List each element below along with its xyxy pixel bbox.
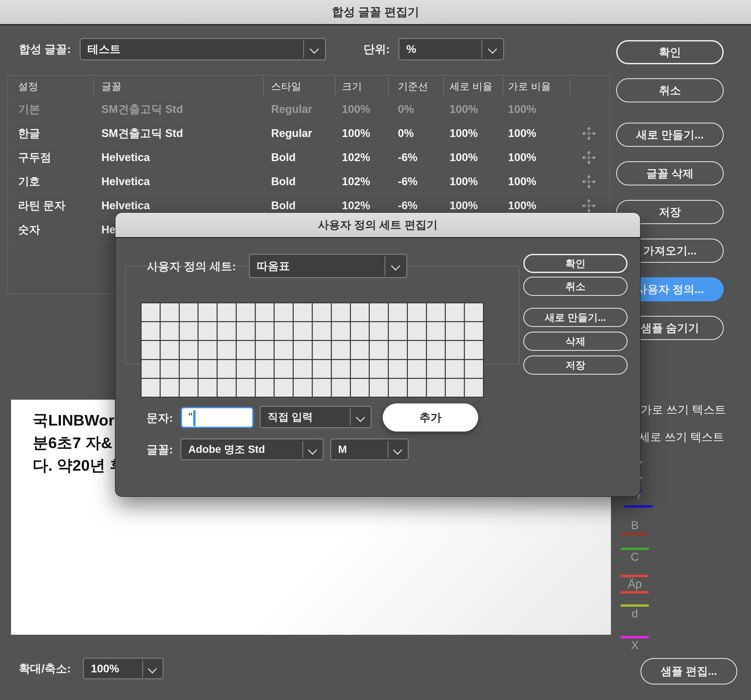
grid-cell[interactable] <box>237 360 255 378</box>
grid-cell[interactable] <box>275 379 293 397</box>
grid-cell[interactable] <box>370 360 388 378</box>
char-input[interactable]: " <box>181 407 253 428</box>
vertical-text-label[interactable]: 세로 쓰기 텍스트 <box>639 430 724 444</box>
table-row-punctuation[interactable]: 구두점 Helvetica Bold 102% -6% 100% 100% <box>8 145 609 170</box>
move-handle-icon[interactable] <box>582 126 596 141</box>
grid-cell[interactable] <box>332 360 350 378</box>
grid-cell[interactable] <box>256 322 274 340</box>
custom-font-select[interactable]: Adobe 명조 Std <box>181 439 323 460</box>
grid-cell[interactable] <box>142 322 160 340</box>
grid-cell[interactable] <box>161 303 179 321</box>
input-method-select[interactable]: 직접 입력 <box>260 406 371 428</box>
grid-cell[interactable] <box>256 379 274 397</box>
grid-cell[interactable] <box>313 303 331 321</box>
grid-cell[interactable] <box>275 322 293 340</box>
grid-cell[interactable] <box>389 303 407 321</box>
grid-cell[interactable] <box>199 379 216 397</box>
grid-cell[interactable] <box>180 341 198 359</box>
grid-cell[interactable] <box>332 303 350 321</box>
grid-cell[interactable] <box>427 360 445 378</box>
grid-cell[interactable] <box>465 341 483 359</box>
grid-cell[interactable] <box>142 379 160 397</box>
grid-cell[interactable] <box>351 341 369 359</box>
main-dialog-titlebar[interactable]: 합성 글꼴 편집기 <box>0 0 751 25</box>
grid-cell[interactable] <box>180 379 198 397</box>
grid-cell[interactable] <box>218 322 236 340</box>
grid-cell[interactable] <box>389 322 407 340</box>
grid-cell[interactable] <box>427 341 445 359</box>
grid-cell[interactable] <box>370 379 388 397</box>
grid-cell[interactable] <box>370 341 388 359</box>
grid-cell[interactable] <box>313 341 331 359</box>
grid-cell[interactable] <box>446 322 464 340</box>
grid-cell[interactable] <box>180 303 198 321</box>
grid-cell[interactable] <box>370 303 388 321</box>
grid-cell[interactable] <box>370 322 388 340</box>
grid-cell[interactable] <box>199 322 216 340</box>
grid-cell[interactable] <box>142 360 160 378</box>
grid-cell[interactable] <box>465 322 483 340</box>
grid-cell[interactable] <box>294 303 312 321</box>
grid-cell[interactable] <box>446 303 464 321</box>
cancel-button[interactable]: 취소 <box>616 78 724 102</box>
grid-cell[interactable] <box>237 303 255 321</box>
grid-cell[interactable] <box>465 303 483 321</box>
delete-font-button[interactable]: 글꼴 삭제 <box>616 161 724 185</box>
custom-set-select[interactable]: 따옴표 <box>249 254 407 278</box>
grid-cell[interactable] <box>351 379 369 397</box>
grid-cell[interactable] <box>389 360 407 378</box>
grid-cell[interactable] <box>351 360 369 378</box>
grid-cell[interactable] <box>199 341 216 359</box>
grid-cell[interactable] <box>218 360 236 378</box>
add-button[interactable]: 추가 <box>383 404 478 432</box>
custom-delete-button[interactable]: 삭제 <box>523 331 627 351</box>
grid-cell[interactable] <box>294 341 312 359</box>
grid-cell[interactable] <box>218 379 236 397</box>
composite-font-select[interactable]: 테스트 <box>80 38 326 60</box>
grid-cell[interactable] <box>237 379 255 397</box>
grid-cell[interactable] <box>313 360 331 378</box>
grid-cell[interactable] <box>389 379 407 397</box>
grid-cell[interactable] <box>218 303 236 321</box>
grid-cell[interactable] <box>408 360 426 378</box>
grid-cell[interactable] <box>275 341 293 359</box>
grid-cell[interactable] <box>427 322 445 340</box>
grid-cell[interactable] <box>294 322 312 340</box>
grid-cell[interactable] <box>161 379 179 397</box>
move-handle-icon[interactable] <box>582 150 596 165</box>
grid-cell[interactable] <box>389 341 407 359</box>
font-weight-select[interactable]: M <box>330 439 409 460</box>
grid-cell[interactable] <box>275 303 293 321</box>
sample-edit-button[interactable]: 샘플 편집... <box>641 658 737 685</box>
ok-button[interactable]: 확인 <box>616 40 724 64</box>
move-handle-icon[interactable] <box>582 174 596 189</box>
zoom-select[interactable]: 100% <box>83 658 164 679</box>
new-font-button[interactable]: 새로 만들기... <box>616 123 724 147</box>
grid-cell[interactable] <box>256 341 274 359</box>
grid-cell[interactable] <box>199 360 216 378</box>
grid-cell[interactable] <box>408 341 426 359</box>
grid-cell[interactable] <box>237 341 255 359</box>
custom-ok-button[interactable]: 확인 <box>523 254 627 273</box>
grid-cell[interactable] <box>332 341 350 359</box>
grid-cell[interactable] <box>332 322 350 340</box>
grid-cell[interactable] <box>199 303 216 321</box>
table-row-default[interactable]: 기본 SM견출고딕 Std Regular 100% 0% 100% 100% <box>8 97 609 121</box>
grid-cell[interactable] <box>161 322 179 340</box>
grid-cell[interactable] <box>465 360 483 378</box>
grid-cell[interactable] <box>332 379 350 397</box>
grid-cell[interactable] <box>161 360 179 378</box>
table-row-hangul[interactable]: 한글 SM견출고딕 Std Regular 100% 0% 100% 100% <box>8 121 609 145</box>
grid-cell[interactable] <box>351 303 369 321</box>
grid-cell[interactable] <box>427 379 445 397</box>
table-row-symbol[interactable]: 기호 Helvetica Bold 102% -6% 100% 100% <box>8 170 609 193</box>
custom-new-button[interactable]: 새로 만들기... <box>523 308 627 327</box>
grid-cell[interactable] <box>313 379 331 397</box>
grid-cell[interactable] <box>142 341 160 359</box>
grid-cell[interactable] <box>294 379 312 397</box>
custom-cancel-button[interactable]: 취소 <box>523 277 627 296</box>
grid-cell[interactable] <box>408 322 426 340</box>
custom-save-button[interactable]: 저장 <box>523 356 627 375</box>
custom-dialog-titlebar[interactable]: 사용자 정의 세트 편집기 <box>116 213 640 238</box>
grid-cell[interactable] <box>446 379 464 397</box>
